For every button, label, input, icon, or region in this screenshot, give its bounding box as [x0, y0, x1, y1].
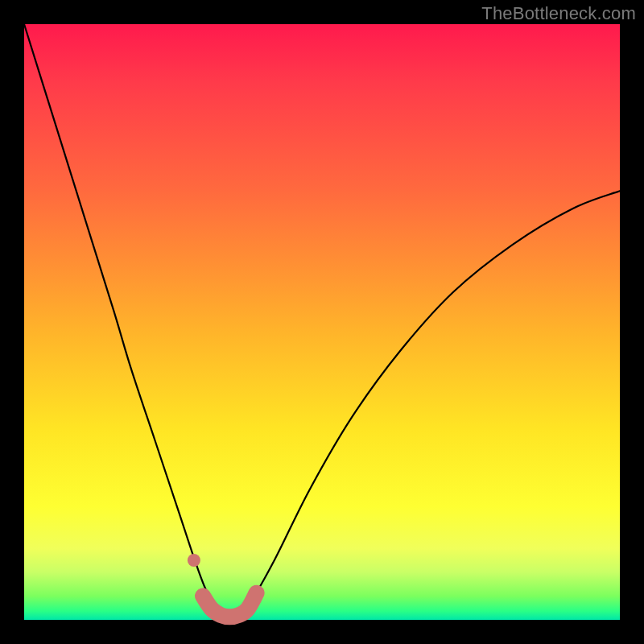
chart-frame: TheBottleneck.com	[0, 0, 644, 644]
plot-area	[24, 24, 620, 620]
highlight-marker-dot	[188, 554, 200, 567]
bottleneck-curve-path	[24, 24, 620, 617]
curve-svg	[24, 24, 620, 620]
highlight-marker-path	[203, 593, 257, 617]
watermark-text: TheBottleneck.com	[481, 3, 636, 24]
